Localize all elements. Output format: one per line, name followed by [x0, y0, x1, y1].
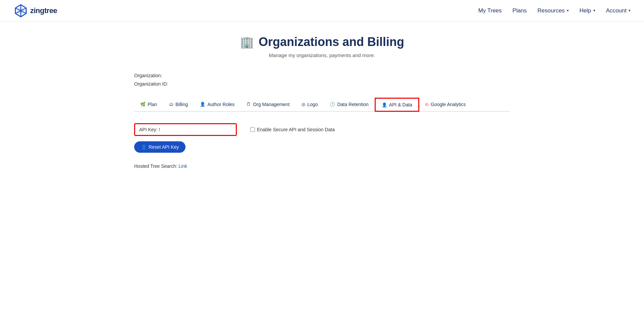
tab-google-analytics[interactable]: G Google Analytics — [419, 98, 472, 111]
nav-item-my-trees[interactable]: My Trees — [478, 7, 502, 14]
api-key-field-wrapper — [134, 123, 237, 136]
tab-author-roles-icon: 👤 — [200, 102, 205, 107]
nav-link-resources[interactable]: Resources ▾ — [537, 7, 569, 14]
tab-logo-icon: ◎ — [302, 102, 305, 107]
nav-link-account[interactable]: Account ▾ — [606, 7, 631, 14]
page-subtitle: Manage my organizations, payments and mo… — [134, 52, 510, 58]
help-dropdown-arrow: ▾ — [593, 8, 595, 13]
tab-org-management[interactable]: 🗒 Org Management — [240, 98, 296, 111]
tab-author-roles[interactable]: 👤 Author Roles — [194, 98, 240, 111]
nav-links: My Trees Plans Resources ▾ Help ▾ Accoun… — [478, 7, 631, 14]
main-content: 🏢 Organizations and Billing Manage my or… — [121, 21, 523, 186]
tab-org-management-icon: 🗒 — [247, 102, 251, 107]
nav-item-account[interactable]: Account ▾ — [606, 7, 631, 14]
reset-api-key-button[interactable]: 👤 Reset API Key — [134, 141, 185, 153]
tabs-container: 🌿 Plan 🗂 Billing 👤 Author Roles 🗒 Org Ma… — [134, 98, 510, 112]
brand-name: zingtree — [30, 6, 57, 15]
tab-plan-icon: 🌿 — [140, 102, 146, 107]
brand-logo-link[interactable]: zingtree — [13, 3, 57, 18]
org-info: Organization: Organization ID: — [134, 71, 510, 88]
tab-data-retention[interactable]: 🕐 Data Retention — [324, 98, 374, 111]
tab-google-analytics-icon: G — [425, 102, 429, 107]
organization-label: Organization: — [134, 71, 510, 80]
page-title-icon: 🏢 — [240, 35, 254, 49]
nav-link-help[interactable]: Help ▾ — [580, 7, 595, 14]
tab-api-data-icon: 👤 — [382, 102, 387, 107]
nav-item-resources[interactable]: Resources ▾ — [537, 7, 569, 14]
navbar: zingtree My Trees Plans Resources ▾ Help… — [0, 0, 644, 21]
page-header: 🏢 Organizations and Billing Manage my or… — [134, 35, 510, 58]
tab-billing-icon: 🗂 — [169, 102, 173, 107]
api-data-section: Enable Secure API and Session Data 👤 Res… — [134, 120, 510, 172]
secure-api-text: Enable Secure API and Session Data — [257, 127, 335, 132]
zingtree-logo-icon — [13, 3, 28, 18]
tab-data-retention-icon: 🕐 — [330, 102, 335, 107]
hosted-search-link[interactable]: Link — [178, 163, 187, 169]
tab-plan[interactable]: 🌿 Plan — [134, 98, 163, 111]
secure-api-label[interactable]: Enable Secure API and Session Data — [250, 127, 335, 132]
secure-api-checkbox[interactable] — [250, 127, 255, 132]
tab-billing[interactable]: 🗂 Billing — [163, 98, 194, 111]
nav-item-plans[interactable]: Plans — [513, 7, 527, 14]
nav-link-plans[interactable]: Plans — [513, 7, 527, 14]
resources-dropdown-arrow: ▾ — [567, 8, 569, 13]
hosted-search-row: Hosted Tree Search: Link — [134, 163, 510, 169]
nav-link-my-trees[interactable]: My Trees — [478, 7, 502, 14]
nav-item-help[interactable]: Help ▾ — [580, 7, 595, 14]
api-key-row: Enable Secure API and Session Data — [134, 123, 510, 136]
page-title: 🏢 Organizations and Billing — [134, 35, 510, 49]
reset-btn-icon: 👤 — [141, 144, 147, 150]
api-key-input[interactable] — [135, 124, 236, 135]
account-dropdown-arrow: ▾ — [629, 8, 631, 13]
tab-api-data[interactable]: 👤 API & Data — [375, 98, 419, 112]
tab-logo[interactable]: ◎ Logo — [296, 98, 324, 111]
hosted-search-label: Hosted Tree Search: — [134, 163, 177, 169]
organization-id-label: Organization ID: — [134, 80, 510, 88]
